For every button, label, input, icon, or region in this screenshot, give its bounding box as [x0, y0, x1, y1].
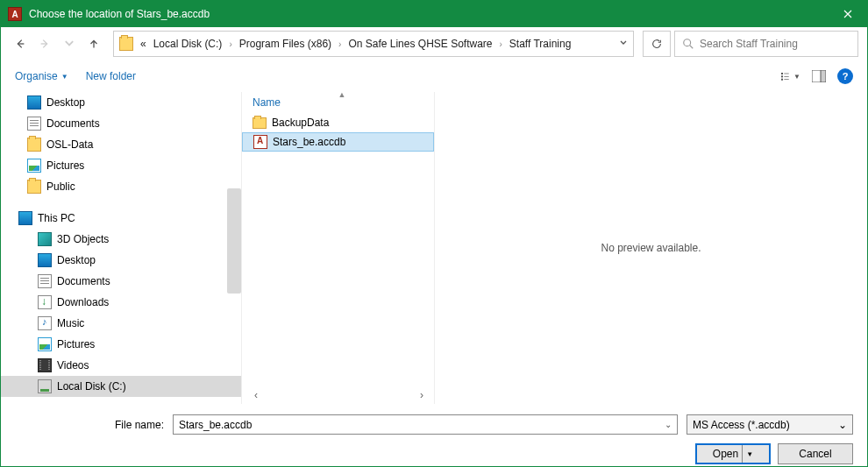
music-icon	[38, 316, 52, 330]
help-button[interactable]: ?	[837, 68, 853, 84]
pc-icon	[18, 211, 32, 225]
svg-point-0	[684, 39, 691, 46]
list-item-selected[interactable]: Stars_be.accdb	[242, 132, 434, 152]
refresh-button[interactable]	[643, 31, 671, 57]
chevron-down-icon: ▼	[61, 73, 68, 81]
desktop-icon	[38, 253, 52, 267]
close-button[interactable]	[828, 1, 867, 27]
tree-item[interactable]: Pictures	[1, 334, 241, 355]
svg-rect-2	[781, 75, 783, 77]
open-button[interactable]: Open▼	[695, 443, 771, 464]
chevron-down-icon[interactable]: ⌄	[665, 420, 672, 429]
refresh-icon	[651, 38, 663, 50]
access-file-icon	[253, 135, 267, 149]
folder-icon	[253, 117, 267, 129]
breadcrumb-item[interactable]: Program Files (x86)	[239, 38, 331, 50]
preview-pane: No preview available.	[434, 92, 867, 404]
arrow-up-icon	[88, 38, 100, 50]
svg-rect-1	[781, 73, 783, 74]
svg-rect-4	[784, 74, 788, 74]
preview-pane-icon	[812, 70, 826, 82]
file-list[interactable]: ▲ Name BackupData Stars_be.accdb ‹ ›	[241, 92, 434, 404]
organise-menu[interactable]: Organise▼	[15, 70, 68, 82]
main-area: Desktop Documents OSL-Data Pictures Publ…	[1, 92, 867, 404]
arrow-right-icon	[39, 38, 51, 50]
downloads-icon	[38, 295, 52, 309]
chevron-down-icon	[619, 39, 628, 47]
document-icon	[38, 274, 52, 288]
address-bar[interactable]: « Local Disk (C:)› Program Files (x86)› …	[113, 31, 634, 57]
svg-rect-5	[784, 76, 788, 77]
view-options-button[interactable]: ▼	[781, 67, 800, 86]
breadcrumb-item[interactable]: Staff Training	[509, 38, 572, 50]
svg-rect-8	[821, 70, 826, 82]
tree-item[interactable]: Desktop	[1, 92, 241, 113]
preview-pane-button[interactable]	[809, 67, 829, 86]
document-icon	[27, 117, 41, 131]
chevron-down-icon: ⌄	[838, 419, 847, 431]
nav-bar: « Local Disk (C:)› Program Files (x86)› …	[1, 27, 867, 60]
tree-item[interactable]: OSL-Data	[1, 134, 241, 155]
sort-indicator-icon: ▲	[338, 90, 346, 99]
column-header-name[interactable]: ▲ Name	[242, 92, 434, 113]
tree-item[interactable]: Desktop	[1, 250, 241, 271]
tree-item[interactable]: Documents	[1, 113, 241, 134]
preview-message: No preview available.	[601, 242, 701, 254]
tree-item[interactable]: Downloads	[1, 292, 241, 313]
chevron-right-icon: ›	[338, 39, 341, 49]
view-icon	[781, 70, 792, 82]
file-type-filter[interactable]: MS Access (*.accdb) ⌄	[687, 414, 853, 435]
folder-icon	[27, 180, 41, 194]
tree-item-selected[interactable]: Local Disk (C:)	[1, 376, 241, 397]
filename-input[interactable]: Stars_be.accdb ⌄	[173, 414, 678, 435]
desktop-icon	[27, 96, 41, 110]
tree-item[interactable]: Documents	[1, 271, 241, 292]
tree-item-this-pc[interactable]: This PC	[1, 208, 241, 229]
close-icon	[843, 10, 852, 18]
horizontal-scrollbar[interactable]: ‹ ›	[249, 388, 429, 402]
breadcrumb-prefix: «	[140, 38, 146, 50]
recent-dropdown[interactable]	[59, 33, 80, 54]
filename-label: File name:	[15, 419, 164, 431]
titlebar: A Choose the location of Stars_be.accdb	[1, 1, 867, 27]
cancel-button[interactable]: Cancel	[778, 443, 853, 464]
svg-rect-6	[784, 79, 788, 80]
up-button[interactable]	[83, 33, 104, 54]
scroll-left-icon[interactable]: ‹	[249, 388, 263, 402]
scrollbar-thumb[interactable]	[227, 188, 241, 294]
tree-item[interactable]: 3D Objects	[1, 229, 241, 250]
back-button[interactable]	[10, 33, 31, 54]
3d-objects-icon	[38, 232, 52, 246]
scroll-track[interactable]	[263, 390, 415, 400]
videos-icon	[38, 358, 52, 372]
pictures-icon	[27, 159, 41, 173]
forward-button[interactable]	[34, 33, 55, 54]
disk-icon	[38, 379, 52, 393]
tree-item[interactable]: Pictures	[1, 155, 241, 176]
breadcrumb-item[interactable]: Local Disk (C:)	[153, 38, 223, 50]
pictures-icon	[38, 337, 52, 351]
footer: File name: Stars_be.accdb ⌄ MS Access (*…	[1, 404, 867, 467]
nav-tree[interactable]: Desktop Documents OSL-Data Pictures Publ…	[1, 92, 241, 404]
toolbar: Organise▼ New folder ▼ ?	[1, 60, 867, 92]
svg-rect-3	[781, 79, 783, 81]
breadcrumb-item[interactable]: On Safe Lines QHSE Software	[348, 38, 492, 50]
search-input[interactable]: Search Staff Training	[674, 31, 858, 57]
address-dropdown[interactable]	[619, 38, 628, 50]
scroll-right-icon[interactable]: ›	[415, 388, 429, 402]
search-placeholder: Search Staff Training	[700, 38, 798, 50]
tree-item[interactable]: Music	[1, 313, 241, 334]
search-icon	[682, 38, 694, 50]
list-item[interactable]: BackupData	[242, 113, 434, 132]
folder-icon	[119, 37, 133, 51]
filename-value: Stars_be.accdb	[179, 419, 252, 431]
tree-item[interactable]: Public	[1, 176, 241, 197]
chevron-right-icon: ›	[500, 39, 502, 49]
tree-item[interactable]: Videos	[1, 355, 241, 376]
window-title: Choose the location of Stars_be.accdb	[29, 8, 828, 20]
open-split-icon[interactable]: ▼	[742, 445, 753, 463]
arrow-left-icon	[14, 38, 26, 50]
chevron-down-icon	[63, 38, 75, 50]
chevron-right-icon: ›	[229, 39, 231, 49]
new-folder-button[interactable]: New folder	[86, 70, 136, 82]
